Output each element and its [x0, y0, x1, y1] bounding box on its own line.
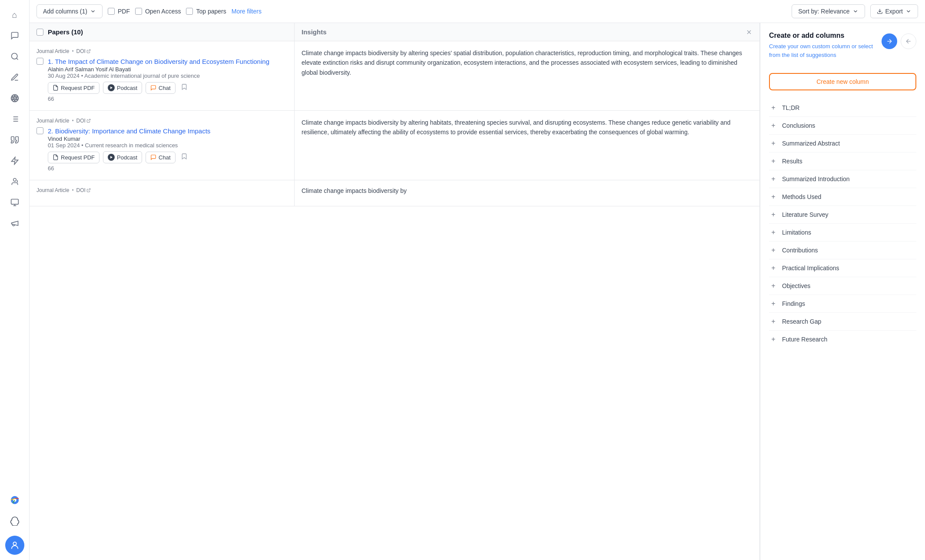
column-label-contributions: Contributions: [782, 247, 818, 254]
openai-icon[interactable]: [5, 511, 24, 530]
request-pdf-button-1[interactable]: Request PDF: [48, 82, 99, 94]
paper-checkbox-1[interactable]: [36, 58, 43, 65]
toolbar: Add columns (1) PDF Open Access Top pape…: [30, 0, 925, 23]
monitor-icon[interactable]: [5, 193, 24, 212]
column-item-limitations[interactable]: + Limitations: [769, 224, 916, 242]
user-avatar[interactable]: [5, 536, 24, 555]
plus-icon: +: [769, 192, 778, 201]
pdf-icon: [53, 85, 59, 91]
sort-button[interactable]: Sort by: Relevance: [792, 4, 865, 18]
paper-title-1[interactable]: 1. The Impact of Climate Change on Biodi…: [48, 57, 287, 66]
chat-icon-1: [150, 85, 156, 91]
column-item-contributions[interactable]: + Contributions: [769, 242, 916, 259]
create-column-label: Create new column: [816, 78, 869, 85]
paper-date-1: 30 Aug 2024 • Academic international jou…: [48, 73, 287, 79]
column-item-findings[interactable]: + Findings: [769, 295, 916, 313]
export-label: Export: [885, 8, 903, 15]
bookmark-button-1[interactable]: [179, 82, 189, 94]
sidebar: ⌂: [0, 0, 30, 560]
column-label-future-research: Future Research: [782, 336, 827, 343]
chat-bubble-icon[interactable]: [5, 26, 24, 45]
paper-author-1: Alahin Arif Salman Yosif Al Bayati: [48, 66, 287, 73]
panel-header-text: Create or add columns Create your own cu…: [769, 32, 882, 66]
column-item-summarized-intro[interactable]: + Summarized Introduction: [769, 170, 916, 188]
open-access-checkbox[interactable]: [135, 8, 142, 15]
column-label-research-gap: Research Gap: [782, 318, 821, 325]
play-icon-2: [108, 154, 115, 161]
table-body: Journal Article • DOI 1. The Impact of C…: [30, 41, 759, 560]
prev-arrow-button[interactable]: [901, 33, 916, 49]
pdf-filter[interactable]: PDF: [108, 8, 130, 15]
bookmark-button-2[interactable]: [179, 151, 189, 163]
podcast-button-2[interactable]: Podcast: [103, 151, 142, 163]
insight-cell-2: Climate change impacts biodiversity by a…: [295, 111, 759, 180]
table-row: Journal Article • DOI 1. The Impact of C…: [30, 41, 759, 111]
svg-rect-15: [11, 199, 18, 205]
request-pdf-button-2[interactable]: Request PDF: [48, 152, 99, 163]
column-item-practical[interactable]: + Practical Implications: [769, 259, 916, 277]
doi-link-2[interactable]: DOI: [76, 118, 91, 124]
doi-link-3[interactable]: DOI: [76, 187, 91, 193]
next-arrow-button[interactable]: [882, 33, 897, 49]
column-item-tldr[interactable]: + TL;DR: [769, 99, 916, 117]
top-papers-filter[interactable]: Top papers: [186, 8, 226, 15]
home-icon[interactable]: ⌂: [5, 5, 24, 24]
megaphone-icon[interactable]: [5, 214, 24, 233]
paper-meta-1: Journal Article • DOI: [36, 48, 287, 54]
add-columns-label: Add columns (1): [43, 8, 87, 15]
column-item-literature[interactable]: + Literature Survey: [769, 206, 916, 224]
user-alert-icon[interactable]: [5, 172, 24, 191]
svg-line-25: [88, 119, 90, 121]
column-label-tldr: TL;DR: [782, 104, 799, 111]
panel-subtitle-link: from: [769, 52, 780, 58]
select-all-checkbox[interactable]: [36, 29, 43, 36]
column-item-conclusions[interactable]: + Conclusions: [769, 117, 916, 135]
quote-icon[interactable]: [5, 130, 24, 149]
panel-title: Create or add columns: [769, 32, 882, 40]
column-item-summarized-abstract[interactable]: + Summarized Abstract: [769, 135, 916, 152]
pen-icon[interactable]: [5, 68, 24, 87]
top-papers-checkbox[interactable]: [186, 8, 193, 15]
search-icon[interactable]: [5, 47, 24, 66]
svg-point-12: [13, 179, 16, 182]
paper-checkbox-2[interactable]: [36, 127, 43, 134]
atom-icon[interactable]: [5, 89, 24, 108]
lightning-icon[interactable]: [5, 151, 24, 170]
paper-actions-1: Request PDF Podcast Chat: [48, 82, 287, 94]
column-item-research-gap[interactable]: + Research Gap: [769, 313, 916, 331]
open-access-filter[interactable]: Open Access: [135, 8, 181, 15]
pdf-checkbox[interactable]: [108, 8, 115, 15]
chat-button-1[interactable]: Chat: [146, 82, 175, 94]
main-content: Add columns (1) PDF Open Access Top pape…: [30, 0, 925, 560]
plus-icon: +: [769, 157, 778, 166]
svg-marker-11: [11, 157, 18, 165]
svg-point-1: [14, 98, 15, 99]
export-button[interactable]: Export: [870, 4, 918, 18]
paper-type-2: Journal Article: [36, 118, 69, 124]
more-filters-button[interactable]: More filters: [232, 8, 262, 15]
list-icon[interactable]: [5, 109, 24, 129]
column-item-objectives[interactable]: + Objectives: [769, 277, 916, 295]
close-insights-button[interactable]: [746, 29, 753, 36]
chrome-icon[interactable]: [5, 490, 24, 510]
external-link-icon-2: [86, 119, 91, 123]
add-columns-button[interactable]: Add columns (1): [36, 4, 103, 18]
doi-link-1[interactable]: DOI: [76, 48, 91, 54]
paper-actions-2: Request PDF Podcast Chat: [48, 151, 287, 163]
plus-icon: +: [769, 210, 778, 219]
panel-header: Create or add columns Create your own cu…: [769, 32, 916, 66]
podcast-button-1[interactable]: Podcast: [103, 82, 142, 94]
chat-button-2[interactable]: Chat: [146, 152, 175, 163]
create-new-column-button[interactable]: Create new column: [769, 73, 916, 90]
column-item-results[interactable]: + Results: [769, 152, 916, 170]
panel-nav-buttons: [882, 33, 916, 49]
column-item-methods[interactable]: + Methods Used: [769, 188, 916, 206]
paper-date-2: 01 Sep 2024 • Current research in medica…: [48, 142, 287, 149]
plus-icon: +: [769, 228, 778, 237]
paper-row-inner-2: 2. Biodiversity: Importance and Climate …: [36, 126, 287, 172]
paper-title-2[interactable]: 2. Biodiversity: Importance and Climate …: [48, 126, 287, 136]
column-item-future-research[interactable]: + Future Research: [769, 331, 916, 348]
plus-icon: +: [769, 246, 778, 255]
external-link-icon-3: [86, 188, 91, 192]
insight-cell-1: Climate change impacts biodiversity by a…: [295, 41, 759, 110]
